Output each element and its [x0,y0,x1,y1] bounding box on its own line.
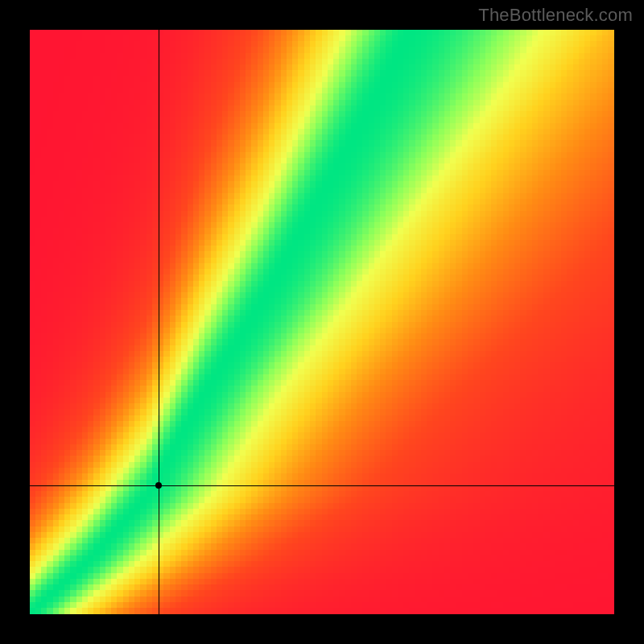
plot-area [30,30,614,614]
chart-frame: TheBottleneck.com [0,0,644,644]
crosshair-vertical [159,30,159,614]
crosshair-marker-dot [155,482,162,489]
watermark-text: TheBottleneck.com [478,5,633,26]
heatmap-canvas [30,30,614,614]
crosshair-horizontal [30,485,614,486]
